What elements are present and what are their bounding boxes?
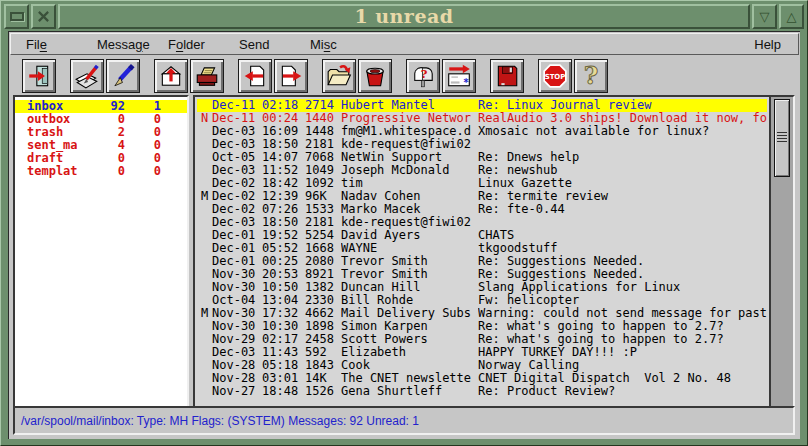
scrollbar-thumb[interactable] — [774, 99, 790, 177]
folder-name: outbox — [27, 113, 77, 126]
message-flag — [197, 216, 212, 229]
message-flag — [197, 138, 212, 151]
reply-button[interactable] — [238, 59, 272, 93]
folder-name: template — [27, 165, 77, 178]
message-sender: fm@M1.whitespace.d — [341, 125, 478, 138]
message-subject: RealAudio 3.0 ships! Download it now, fo… — [478, 112, 767, 125]
message-row[interactable]: Nov-27 18:48 1526 Gena Shurtleff Re: Pro… — [197, 385, 767, 398]
edit-button[interactable] — [106, 59, 140, 93]
save-button[interactable] — [490, 59, 524, 93]
exit-button[interactable] — [22, 59, 56, 93]
shade-button[interactable]: ▽ — [752, 4, 777, 29]
folder-total-count: 0 — [77, 165, 125, 178]
message-flag: M — [197, 307, 212, 320]
menu-send[interactable]: Send — [234, 37, 297, 52]
check-mail-button[interactable] — [406, 59, 440, 93]
message-subject: Re: Suggestions Needed. — [478, 255, 767, 268]
stop-icon — [542, 63, 568, 89]
maximize-button[interactable]: △ — [779, 4, 804, 29]
close-icon — [37, 10, 50, 23]
message-sender: Gena Shurtleff — [341, 385, 478, 398]
print-button[interactable] — [190, 59, 224, 93]
help-button[interactable] — [574, 59, 608, 93]
message-flag — [197, 385, 212, 398]
trash-button[interactable] — [358, 59, 392, 93]
message-subject: Re: Suggestions Needed. — [478, 268, 767, 281]
folder-row-draft[interactable]: draft 0 0 — [15, 152, 187, 165]
xfmail-window: 1 unread ▽ △ FileMessageFolderSendMiscHe… — [0, 0, 808, 446]
message-flag — [197, 125, 212, 138]
message-sender: The CNET newslette — [341, 372, 478, 385]
message-subject: CHATS — [478, 229, 767, 242]
folder-row-inbox[interactable]: inbox 92 1 — [15, 100, 187, 113]
message-subject — [478, 216, 767, 229]
message-flag — [197, 372, 212, 385]
message-flag — [197, 320, 212, 333]
message-subject: Warning: could not send message for past — [478, 307, 767, 320]
exit-icon — [26, 63, 52, 89]
message-flag — [197, 164, 212, 177]
print-icon — [194, 63, 220, 89]
message-subject: Re: termite review — [478, 190, 767, 203]
message-sender: David Ayers — [341, 229, 478, 242]
shade-icon: ▽ — [760, 10, 770, 23]
menubar: FileMessageFolderSendMiscHelp — [10, 33, 799, 55]
message-sender: tim — [341, 177, 478, 190]
folder-row-template[interactable]: template 0 0 — [15, 165, 187, 178]
message-flag — [197, 242, 212, 255]
open-folder-icon — [326, 63, 352, 89]
toolbar-group — [322, 59, 392, 93]
message-subject: Norway Calling — [478, 359, 767, 372]
message-sender: Trevor Smith — [341, 255, 478, 268]
window-title: 1 unread — [58, 4, 750, 29]
forward-button[interactable] — [274, 59, 308, 93]
stop-button[interactable] — [538, 59, 572, 93]
menu-item-label: Help — [754, 37, 781, 52]
message-rows: Dec-11 02:18 2714 Hubert Mantel Re: Linu… — [197, 99, 767, 406]
iconify-button[interactable] — [4, 4, 29, 29]
message-subject: Re: Dnews help — [478, 151, 767, 164]
message-subject: CNET Digital Dispatch Vol 2 No. 48 — [478, 372, 767, 385]
message-flag: N — [197, 112, 212, 125]
check-mail-icon — [410, 63, 436, 89]
toolbar-group — [70, 59, 140, 93]
folder-row-outbox[interactable]: outbox 0 0 — [15, 113, 187, 126]
open-folder-button[interactable] — [322, 59, 356, 93]
toolbar-group — [538, 59, 608, 93]
message-sender: kde-request@fiwi02 — [341, 216, 478, 229]
send-button[interactable] — [442, 59, 476, 93]
menu-item-label: Folder — [168, 37, 205, 52]
message-flag — [197, 268, 212, 281]
receive-button[interactable] — [154, 59, 188, 93]
folder-row-sent_mail[interactable]: sent_mail 4 0 — [15, 139, 187, 152]
menu-help[interactable]: Help — [749, 37, 786, 52]
close-button[interactable] — [31, 4, 56, 29]
menu-folder[interactable]: Folder — [163, 37, 226, 52]
message-sender: Scott Powers — [341, 333, 478, 346]
save-icon — [494, 63, 520, 89]
menu-misc[interactable]: Misc — [305, 37, 368, 52]
compose-button[interactable] — [70, 59, 104, 93]
message-subject: Slang Applications for Linux — [478, 281, 767, 294]
message-flag — [197, 151, 212, 164]
iconify-icon — [10, 12, 24, 21]
message-flag — [197, 359, 212, 372]
message-sender: Hubert Mantel — [341, 99, 478, 112]
message-flag — [197, 203, 212, 216]
message-sender: Elizabeth — [341, 346, 478, 359]
menu-message[interactable]: Message — [92, 37, 155, 52]
menu-item-label: Message — [97, 37, 150, 52]
toolbar — [10, 57, 799, 94]
folder-row-trash[interactable]: trash 2 0 — [15, 126, 187, 139]
message-subject: Re: fte-0.44 — [478, 203, 767, 216]
message-subject: Re: Product Review? — [478, 385, 767, 398]
message-subject: Re: Linux Journal review — [478, 99, 767, 112]
message-flag — [197, 281, 212, 294]
message-sender: Progressive Networ — [341, 112, 478, 125]
send-mail-icon — [446, 63, 472, 89]
message-size: 1526 — [305, 385, 341, 398]
message-list: Dec-11 02:18 2714 Hubert Mantel Re: Linu… — [193, 95, 795, 408]
menu-file[interactable]: File — [21, 37, 84, 52]
content: inbox 92 1 outbox 0 0 trash 2 0 sent_mai… — [13, 95, 795, 408]
message-list-scrollbar[interactable] — [769, 97, 793, 406]
